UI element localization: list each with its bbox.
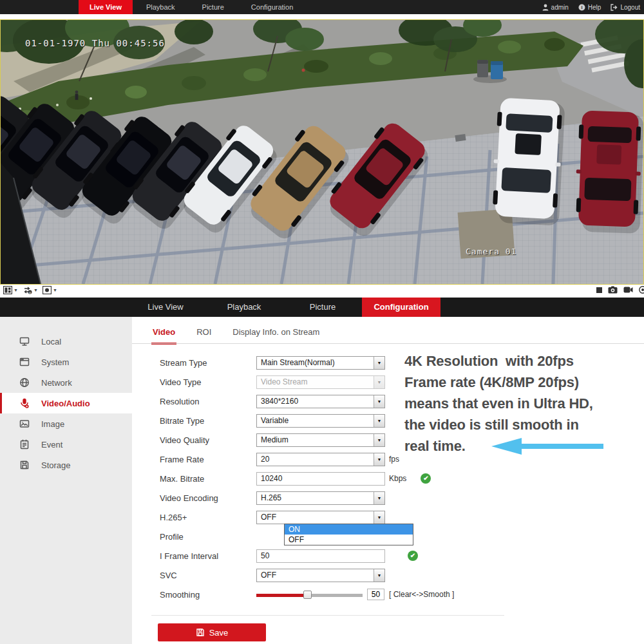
dropdown-option-off[interactable]: OFF [285,535,413,545]
save-button[interactable]: Save [158,623,266,641]
field-label: H.265+ [160,513,256,522]
nav2-tab-playback[interactable]: Playback [205,298,283,317]
select-value: OFF [261,513,276,522]
monitor-icon [19,336,30,347]
user-icon [542,4,549,11]
nav2-tab-configuration[interactable]: Configuration [362,298,440,317]
annotation-line: means that even in Ultra HD, [404,393,630,414]
field-label: Video Quality [160,435,256,445]
max-bitrate-input[interactable] [256,472,385,486]
svg-text:i: i [581,5,582,10]
dropdown-option-on[interactable]: ON [285,524,413,535]
chevron-down-icon: ▼ [33,288,38,292]
chevron-down-icon[interactable]: ▼ [374,415,384,427]
svg-text:o: o [29,290,31,294]
split-screen-button[interactable]: ▼ [3,286,18,294]
tab-roi[interactable]: ROI [195,325,213,345]
nav2-tab-picture[interactable]: Picture [283,298,362,317]
settings-sidebar: Local System Network Video/Audio Image E… [0,317,132,644]
chevron-down-icon[interactable]: ▼ [374,357,384,369]
annotation-line: 4K Resolution with 20fps [404,350,630,372]
tab-display-info[interactable]: Display Info. on Stream [231,325,321,345]
top-nav-tabs: Live View Playback Picture Configuration [79,0,307,14]
field-label: I Frame Interval [160,551,256,561]
select-value: OFF [261,571,276,580]
field-row-video-encoding: Video Encoding H.265 ▼ [160,488,520,507]
smoothing-hint: [ Clear<->Smooth ] [389,590,454,599]
field-label: Max. Bitrate [160,474,256,484]
select-value: Variable [261,416,289,425]
sidebar-item-label: Video/Audio [41,399,90,408]
top-tab-live-view[interactable]: Live View [79,0,133,14]
sidebar-item-event[interactable]: Event [0,434,132,455]
split-screen-icon [3,286,12,294]
video-toolbar-left: ▼ o ▼ ▼ [3,286,57,294]
camcorder-icon [623,287,633,293]
resolution-select[interactable]: 3840*2160 ▼ [256,395,385,408]
camera-icon [608,286,618,294]
help-icon: i [578,4,585,11]
nav2-tab-live-view[interactable]: Live View [126,298,205,317]
smoothing-value-input[interactable] [367,589,384,600]
stream-switch-button[interactable]: o ▼ [23,286,38,294]
video-toolbar: ▼ o ▼ ▼ [0,285,644,298]
frame-rate-unit: fps [389,455,399,464]
car [574,110,643,233]
microphone-icon [19,397,30,409]
svc-select[interactable]: OFF ▼ [256,569,385,582]
smoothing-slider[interactable] [256,591,363,599]
stream-type-select[interactable]: Main Stream(Normal) ▼ [256,356,385,370]
chevron-down-icon[interactable]: ▼ [374,434,384,446]
sidebar-item-network[interactable]: Network [0,372,132,393]
annotation-line: the video is still smooth in [404,414,630,435]
field-row-smoothing: Smoothing [ Clear<->Smooth ] [160,585,520,604]
video-quality-select[interactable]: Medium ▼ [256,433,385,447]
top-tab-playback[interactable]: Playback [133,0,189,14]
capture-button[interactable] [608,286,618,294]
chevron-down-icon[interactable]: ▼ [374,395,384,408]
chevron-down-icon[interactable]: ▼ [374,453,384,466]
top-tab-configuration[interactable]: Configuration [238,0,307,14]
logout-icon [611,4,618,11]
help-button[interactable]: i Help [578,4,601,11]
stop-live-button[interactable] [596,287,602,293]
bitrate-type-select[interactable]: Variable ▼ [256,414,385,428]
chevron-down-icon: ▼ [14,288,18,292]
field-label: Stream Type [160,358,256,368]
image-icon [19,418,30,430]
image-size-button[interactable]: ▼ [43,286,57,294]
select-value: Video Stream [261,377,308,386]
field-label: Frame Rate [160,455,256,464]
chevron-down-icon[interactable]: ▼ [374,492,384,504]
stop-icon [596,287,602,293]
record-button[interactable] [623,287,633,293]
field-label: Resolution [160,397,256,406]
sidebar-item-video-audio[interactable]: Video/Audio [0,393,132,413]
slider-handle[interactable] [303,591,312,599]
i-frame-interval-input[interactable] [256,549,385,563]
top-tab-picture[interactable]: Picture [189,0,238,14]
tab-video[interactable]: Video [151,325,176,345]
live-video-display: 01-01-1970 Thu 00:45:56 Camera 01 [0,19,644,285]
tabs-divider [132,343,644,344]
h265-plus-select[interactable]: OFF ▼ [256,511,385,524]
sidebar-item-system[interactable]: System [0,352,132,372]
video-encoding-select[interactable]: H.265 ▼ [256,491,385,505]
sidebar-item-label: Local [41,337,61,346]
chevron-down-icon[interactable]: ▼ [374,511,384,524]
frame-rate-select[interactable]: 20 ▼ [256,453,385,466]
sidebar-item-storage[interactable]: Storage [0,455,132,475]
sidebar-item-image[interactable]: Image [0,413,132,434]
sidebar-item-local[interactable]: Local [0,331,132,352]
slider-fill [256,594,308,597]
parking-lot-scene [1,20,643,284]
save-icon [196,628,205,637]
logout-button[interactable]: Logout [611,4,640,11]
user-menu[interactable]: admin [542,4,569,11]
field-label: Bitrate Type [160,416,256,426]
sidebar-item-label: System [41,357,69,367]
save-label: Save [209,628,229,638]
chevron-down-icon[interactable]: ▼ [374,569,384,582]
audio-button[interactable] [639,286,644,294]
annotation-arrow [483,438,605,455]
